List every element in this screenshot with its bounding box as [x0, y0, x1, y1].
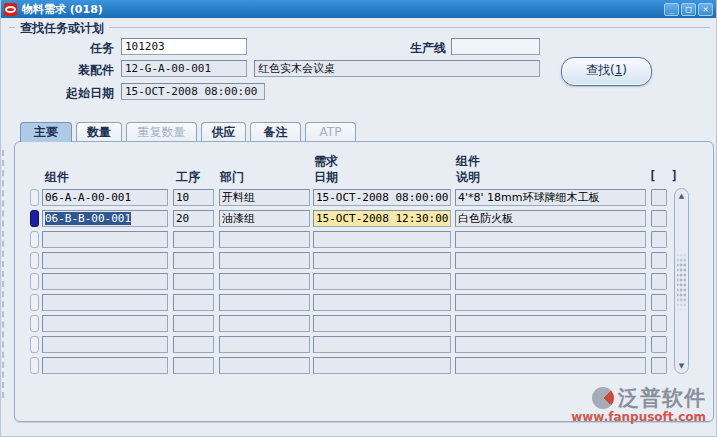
scrollbar-thumb[interactable]: [677, 205, 686, 357]
department-cell[interactable]: [219, 357, 310, 374]
record-indicator[interactable]: [30, 231, 39, 248]
component-cell[interactable]: [42, 294, 168, 311]
vertical-scrollbar[interactable]: ▲ ▼: [674, 188, 689, 374]
start-date-label: 起始日期: [46, 85, 114, 102]
record-indicator[interactable]: [30, 336, 39, 353]
department-cell[interactable]: [219, 315, 310, 332]
tab-supply[interactable]: 供应: [201, 122, 246, 142]
tab-repeat-quantity: 重复数量: [126, 122, 197, 142]
record-indicator[interactable]: [30, 273, 39, 290]
component-value: 06-B-B-00-001: [45, 212, 131, 225]
component-description-cell: [455, 315, 646, 332]
component-cell[interactable]: 06-A-A-00-001: [42, 189, 168, 206]
operation-cell[interactable]: [173, 315, 214, 332]
department-cell[interactable]: [219, 273, 310, 290]
minimize-button[interactable]: _: [664, 3, 679, 16]
operation-cell[interactable]: 20: [173, 210, 214, 227]
start-date-input[interactable]: 15-OCT-2008 08:00:00: [121, 83, 265, 100]
table-row: [1, 315, 717, 336]
demand-date-cell[interactable]: [313, 357, 451, 374]
row-checkbox[interactable]: [651, 336, 667, 353]
department-cell[interactable]: [219, 294, 310, 311]
scroll-up-icon[interactable]: ▲: [675, 189, 688, 203]
tab-atp: ATP: [305, 122, 356, 142]
header-desc-line1: 组件: [456, 153, 480, 170]
brand-name: 泛普软件: [618, 384, 706, 412]
close-button[interactable]: ×: [698, 3, 713, 16]
department-cell[interactable]: 油漆组: [219, 210, 310, 227]
operation-cell[interactable]: [173, 231, 214, 248]
row-checkbox[interactable]: [651, 189, 667, 206]
header-desc-line2: 说明: [456, 169, 480, 186]
record-indicator[interactable]: [30, 294, 39, 311]
operation-cell[interactable]: [173, 252, 214, 269]
component-description-cell: [455, 294, 646, 311]
record-indicator[interactable]: [30, 252, 39, 269]
table-row: [1, 357, 717, 378]
window-title: 物料需求 (018): [22, 2, 664, 17]
tab-main[interactable]: 主要: [20, 122, 72, 142]
component-cell[interactable]: [42, 315, 168, 332]
department-cell[interactable]: [219, 336, 310, 353]
component-cell[interactable]: [42, 252, 168, 269]
find-button[interactable]: 查找(1): [561, 57, 652, 86]
demand-date-cell[interactable]: [313, 231, 451, 248]
task-label: 任务: [54, 40, 114, 57]
operation-cell[interactable]: 10: [173, 189, 214, 206]
titlebar[interactable]: 物料需求 (018) _ □ ×: [1, 0, 716, 18]
demand-date-cell[interactable]: 15-OCT-2008 08:00:00: [313, 189, 451, 206]
operation-cell[interactable]: [173, 294, 214, 311]
window-controls: _ □ ×: [664, 3, 713, 16]
component-cell[interactable]: [42, 357, 168, 374]
row-checkbox[interactable]: [651, 273, 667, 290]
maximize-button[interactable]: □: [681, 3, 696, 16]
fanpu-logo-icon: [592, 387, 614, 409]
task-input[interactable]: 101203: [121, 38, 247, 55]
demand-date-cell[interactable]: [313, 315, 451, 332]
header-date-line1: 需求: [314, 153, 338, 170]
header-operation: 工序: [176, 169, 200, 186]
tab-notes[interactable]: 备注: [250, 122, 301, 142]
department-cell[interactable]: [219, 231, 310, 248]
department-cell[interactable]: 开料组: [219, 189, 310, 206]
demand-date-cell[interactable]: [313, 294, 451, 311]
demand-date-cell[interactable]: 15-OCT-2008 12:30:00: [313, 210, 451, 227]
record-indicator[interactable]: [30, 357, 39, 374]
row-checkbox[interactable]: [651, 231, 667, 248]
component-cell[interactable]: 06-B-B-00-001: [42, 210, 168, 227]
component-description-cell: [455, 273, 646, 290]
table-rows: 06-A-A-00-001 10 开料组 15-OCT-2008 08:00:0…: [1, 189, 717, 378]
row-checkbox[interactable]: [651, 294, 667, 311]
component-cell[interactable]: [42, 336, 168, 353]
component-description-cell: [455, 252, 646, 269]
operation-cell[interactable]: [173, 357, 214, 374]
record-indicator[interactable]: [30, 210, 39, 227]
production-line-label: 生产线: [386, 40, 446, 57]
table-row: [1, 252, 717, 273]
production-line-input[interactable]: [451, 38, 540, 55]
table-row: [1, 294, 717, 315]
operation-cell[interactable]: [173, 336, 214, 353]
table-row: [1, 231, 717, 252]
operation-cell[interactable]: [173, 273, 214, 290]
component-cell[interactable]: [42, 273, 168, 290]
header-date-line2: 日期: [314, 169, 338, 186]
row-checkbox[interactable]: [651, 357, 667, 374]
header-component: 组件: [45, 169, 69, 186]
row-checkbox[interactable]: [651, 210, 667, 227]
component-value: 06-A-A-00-001: [45, 191, 131, 204]
assembly-input[interactable]: 12-G-A-00-001: [121, 60, 247, 77]
demand-date-cell[interactable]: [313, 252, 451, 269]
tab-quantity[interactable]: 数量: [76, 122, 122, 142]
component-description-cell: 白色防火板: [455, 210, 646, 227]
record-indicator[interactable]: [30, 315, 39, 332]
demand-date-cell[interactable]: [313, 336, 451, 353]
department-cell[interactable]: [219, 252, 310, 269]
row-checkbox[interactable]: [651, 315, 667, 332]
scroll-down-icon[interactable]: ▼: [675, 359, 688, 373]
assembly-label: 装配件: [54, 62, 114, 79]
demand-date-cell[interactable]: [313, 273, 451, 290]
record-indicator[interactable]: [30, 189, 39, 206]
component-cell[interactable]: [42, 231, 168, 248]
row-checkbox[interactable]: [651, 252, 667, 269]
